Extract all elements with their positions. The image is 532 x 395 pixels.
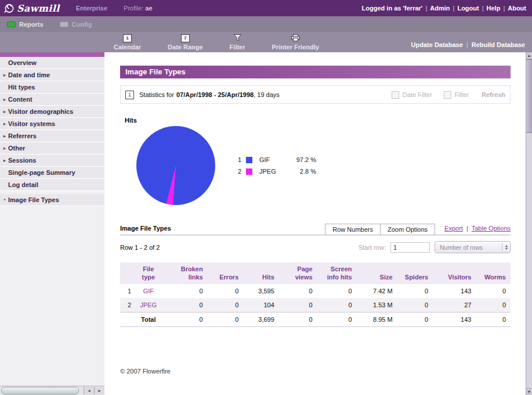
export-link[interactable]: Export [444,225,463,232]
table-section-title: Image File Types [120,225,325,235]
update-database-link[interactable]: Update Database [411,41,463,48]
sidebar-item-hit-types[interactable]: Hit types [0,81,104,94]
worms-total: 0 [476,312,511,326]
date-filter-checkbox[interactable] [392,91,399,99]
broken-links-total: 0 [164,312,207,326]
number-of-rows-label: Number of rows [440,244,502,251]
sidebar-item-other[interactable]: ▸ Other [0,142,104,155]
filter-checkbox[interactable] [444,91,451,99]
image-file-types-table: File type Broken links Errors Hits Page … [120,263,511,327]
sidebar-item-single-page-summary[interactable]: Single-page Summary [0,167,104,179]
hits-total: 3,699 [243,312,279,326]
tab-zoom-options[interactable]: Zoom Options [381,224,435,235]
calendar-label: Calendar [114,44,141,51]
refresh-button[interactable]: Refresh [482,91,505,98]
scroll-down-arrow-icon[interactable]: ▼ [526,388,532,395]
sidebar-horizontal-scrollbar[interactable]: ◂ ▸ [0,386,104,395]
broken-links-cell: 0 [164,284,207,298]
chevron-right-icon: ▸ [2,94,8,105]
vscroll-track[interactable] [526,133,532,388]
date-range-button[interactable]: 7 Date Range [168,34,203,51]
broken-links-column-header[interactable]: Broken links [164,263,207,284]
tab-config[interactable]: Config [60,21,92,28]
screen-info-hits-column-header[interactable]: Screen info hits [317,263,357,284]
rebuild-database-link[interactable]: Rebuild Database [472,41,525,48]
scroll-left-arrow-icon[interactable]: ◂ [84,387,94,394]
separator: | [466,225,468,232]
statistics-text: Statistics for07/Apr/1998 - 25/Apr/1998,… [139,91,280,98]
hscroll-thumb[interactable] [1,387,79,394]
errors-column-header[interactable]: Errors [208,263,244,284]
logout-link[interactable]: Logout [457,5,479,12]
sidebar-item-referrers[interactable]: ▸ Referrers [0,130,104,142]
page-views-column-header[interactable]: Page views [279,263,317,284]
sidebar-item-visitor-demographics[interactable]: ▸ Visitor demographics [0,106,104,118]
row-range-info: Row 1 - 2 of 2 [120,244,160,251]
separator: | [482,5,484,12]
vertical-scrollbar[interactable]: ▲ ▼ [526,52,532,395]
calendar-button[interactable]: 1 Calendar [114,34,141,51]
tab-reports[interactable]: Reports [7,21,44,28]
separator: | [425,5,427,12]
stepper-down-icon: ▼ [505,247,508,250]
sidebar-item-overview[interactable]: Overview [0,57,104,69]
hits-column-header[interactable]: Hits [243,263,279,284]
main-nav-tabs: Reports Config [0,16,532,32]
chevron-right-icon: ▸ [2,130,8,142]
filter-button[interactable]: Filter [230,34,245,51]
sidebar-item-sessions[interactable]: ▸ Sessions [0,155,104,167]
stats-suffix: , 19 days [254,91,280,98]
tab-row-numbers[interactable]: Row Numbers [325,224,381,235]
sidebar-item-label: Date and time [8,71,50,78]
printer-friendly-button[interactable]: Printer Friendly [272,34,319,51]
help-link[interactable]: Help [487,5,501,12]
sidebar-item-label: Image File Types [8,196,59,203]
filter-controls: Date Filter Filter Refresh [392,91,505,99]
file-type-link-jpeg[interactable]: JPEG [140,301,157,308]
sidebar-item-content[interactable]: ▸ Content [0,94,104,106]
session-links: Logged in as 'ferrar' | Admin | Logout |… [362,5,526,12]
sidebar-item-label: Visitor systems [8,120,55,127]
table-options-link[interactable]: Table Options [472,225,511,232]
page-views-cell: 0 [279,298,317,313]
database-links: Update Database | Rebuild Database [411,41,525,52]
filter-icon [234,34,241,42]
sidebar-item-date-and-time[interactable]: ▸ Date and time [0,69,104,81]
sidebar-item-log-detail[interactable]: Log detail [0,179,104,191]
separator: | [466,41,468,48]
visitors-column-header[interactable]: Visitors [433,263,476,284]
sidebar-item-label: Single-page Summary [8,169,75,176]
start-row-input[interactable] [390,242,430,253]
edition-label: Enterprise [76,5,107,12]
hits-cell: 104 [243,298,279,313]
sidebar-item-visitor-systems[interactable]: ▸ Visitor systems [0,118,104,130]
sidebar-item-label: Overview [8,59,37,66]
worms-cell: 0 [476,284,511,298]
hits-cell: 3,595 [243,284,279,298]
broken-links-cell: 0 [164,298,207,313]
legend-index: 2 [234,168,241,175]
page-title: Image File Types [120,66,511,78]
about-link[interactable]: About [508,5,526,12]
table-total-row: Total 0 0 3,699 0 0 8.95 M 0 143 0 [120,312,511,326]
worms-column-header[interactable]: Worms [476,263,511,284]
scroll-right-arrow-icon[interactable]: ▸ [94,387,104,394]
number-of-rows-dropdown[interactable]: Number of rows ▲▼ [435,241,511,253]
vscroll-thumb[interactable] [526,59,532,133]
sawmill-app: Sawmill Enterprise Profile:ae Logged in … [0,0,532,395]
sidebar-item-image-file-types[interactable]: • Image File Types [0,194,104,206]
copyright-footer: © 2007 Flowerfire [120,368,511,375]
admin-link[interactable]: Admin [430,5,450,12]
file-type-column-header[interactable]: File type [132,263,164,284]
size-cell: 7.42 M [357,284,397,298]
chart-area: 1 GIF 97.2 % 2 JPEG 2.8 % [120,126,511,205]
scroll-up-arrow-icon[interactable]: ▲ [526,52,532,59]
spiders-column-header[interactable]: Spiders [397,263,433,284]
file-type-link-gif[interactable]: GIF [143,288,154,295]
errors-cell: 0 [208,284,244,298]
size-column-header[interactable]: Size [357,263,397,284]
row-number [120,312,132,326]
filter-button-label: Filter [230,44,245,51]
chevron-right-icon: ▸ [2,69,8,81]
statistics-bar: 1 Statistics for07/Apr/1998 - 25/Apr/199… [120,85,511,104]
